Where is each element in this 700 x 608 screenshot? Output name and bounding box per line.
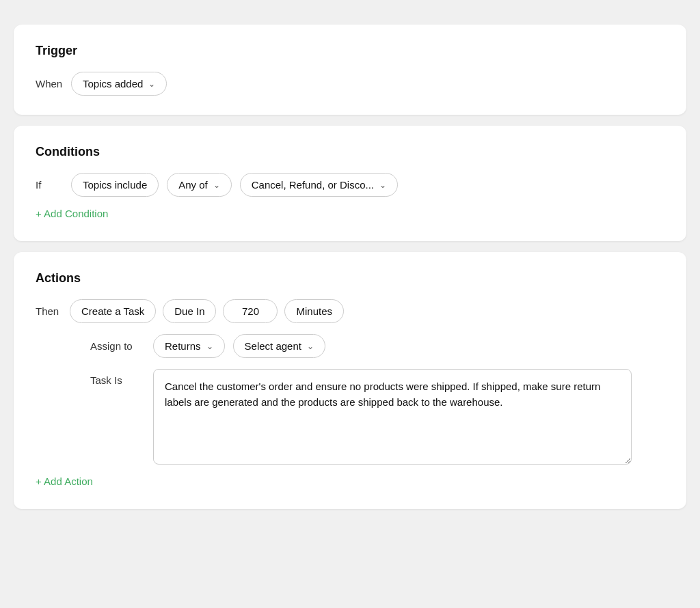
page-container: Trigger When Topics added ⌄ Conditions I… [14,14,686,594]
chevron-down-icon: ⌄ [213,180,220,190]
add-action-button[interactable]: + Add Action [36,473,93,490]
assign-to-label: Assign to [90,340,145,352]
chevron-down-icon: ⌄ [307,342,314,351]
topics-include-tag: Topics include [71,173,159,197]
condition-row: If Topics include Any of ⌄ Cancel, Refun… [36,173,664,197]
trigger-title: Trigger [36,44,664,58]
assign-team-value: Returns [165,340,201,352]
assign-team-dropdown[interactable]: Returns ⌄ [153,334,225,358]
topics-added-dropdown[interactable]: Topics added ⌄ [71,72,167,96]
chevron-down-icon: ⌄ [206,342,213,351]
create-task-tag: Create a Task [70,299,156,323]
minutes-label: Minutes [296,305,332,317]
due-in-tag: Due In [163,299,216,323]
then-label: Then [36,305,63,317]
select-agent-value: Select agent [245,340,301,352]
task-textarea[interactable] [153,369,632,465]
topics-added-value: Topics added [83,78,143,89]
topic-value-label: Cancel, Refund, or Disco... [252,179,374,191]
conditions-title: Conditions [36,145,664,159]
any-of-value: Any of [178,179,208,191]
minutes-tag: Minutes [284,299,344,323]
actions-title: Actions [36,271,664,286]
chevron-down-icon: ⌄ [379,180,386,190]
chevron-down-icon: ⌄ [148,79,155,89]
topics-include-label: Topics include [83,179,147,191]
task-row: Task Is [90,369,664,465]
task-is-label: Task Is [90,369,145,386]
assign-row: Assign to Returns ⌄ Select agent ⌄ [90,334,664,358]
create-task-label: Create a Task [81,305,144,317]
any-of-dropdown[interactable]: Any of ⌄ [167,173,232,197]
add-condition-button[interactable]: + Add Condition [36,205,108,222]
trigger-card: Trigger When Topics added ⌄ [14,25,686,115]
topic-value-dropdown[interactable]: Cancel, Refund, or Disco... ⌄ [240,173,398,197]
due-in-input[interactable] [223,299,278,323]
trigger-row: When Topics added ⌄ [36,72,664,96]
if-label: If [36,179,63,191]
actions-card: Actions Then Create a Task Due In Minute… [14,252,686,509]
conditions-card: Conditions If Topics include Any of ⌄ Ca… [14,126,686,241]
actions-then-row: Then Create a Task Due In Minutes [36,299,664,323]
select-agent-dropdown[interactable]: Select agent ⌄ [233,334,325,358]
when-label: When [36,78,63,89]
due-in-label: Due In [174,305,204,317]
